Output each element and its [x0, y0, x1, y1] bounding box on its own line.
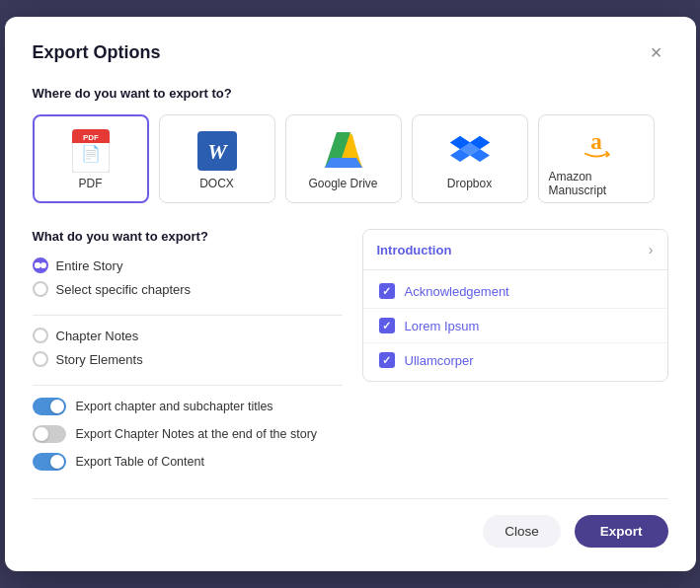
- export-options-grid: PDF 📄 PDF W DOCX: [33, 114, 668, 203]
- radio-story-elements[interactable]: Story Elements: [33, 351, 343, 367]
- svg-text:W: W: [207, 139, 228, 164]
- docx-label: DOCX: [199, 177, 234, 190]
- divider-2: [33, 385, 343, 386]
- left-panel: What do you want to export? Entire Story…: [33, 229, 343, 471]
- radio-specific-chapters[interactable]: Select specific chapters: [33, 281, 343, 297]
- radio-circle-elements: [33, 351, 48, 367]
- export-button[interactable]: Export: [575, 515, 668, 548]
- toggle-knob-notes-end: [35, 427, 48, 441]
- gdrive-label: Google Drive: [308, 177, 377, 190]
- chapter-notes-label: Chapter Notes: [56, 329, 139, 343]
- export-option-amazon[interactable]: a Amazon Manuscript: [538, 114, 655, 203]
- toggle-switch-toc[interactable]: [33, 453, 66, 471]
- pdf-icon: PDF 📄: [71, 131, 111, 171]
- chapter-label-ullamcorper: Ullamcorper: [405, 353, 474, 368]
- radio-circle-specific: [33, 281, 48, 297]
- svg-marker-14: [325, 158, 362, 168]
- chapter-panel-header[interactable]: Introduction ›: [363, 230, 667, 270]
- close-button[interactable]: Close: [483, 515, 561, 548]
- amazon-icon: a: [577, 124, 616, 164]
- specific-chapters-label: Select specific chapters: [56, 282, 192, 297]
- export-dialog: Export Options × Where do you want to ex…: [5, 17, 696, 571]
- checkmark-acknowledgement: ✓: [382, 285, 391, 298]
- checkbox-ullamcorper[interactable]: ✓: [379, 352, 395, 368]
- chapter-item-lorem[interactable]: ✓ Lorem Ipsum: [363, 309, 667, 343]
- what-export-label: What do you want to export?: [33, 229, 343, 244]
- checkmark-lorem: ✓: [382, 320, 391, 332]
- checkbox-lorem[interactable]: ✓: [379, 318, 395, 333]
- export-option-docx[interactable]: W DOCX: [159, 114, 275, 203]
- dropbox-label: Dropbox: [447, 177, 492, 190]
- chapter-items-list: ✓ Acknowledgement ✓ Lorem Ipsum ✓ Ullamc…: [363, 270, 667, 381]
- radio-circle-entire: [33, 257, 48, 273]
- export-option-pdf[interactable]: PDF 📄 PDF: [33, 114, 149, 203]
- dialog-header: Export Options ×: [33, 40, 668, 64]
- chapter-item-acknowledgement[interactable]: ✓ Acknowledgement: [363, 274, 667, 309]
- amazon-label: Amazon Manuscript: [549, 170, 644, 197]
- chevron-right-icon: ›: [649, 242, 654, 257]
- svg-text:a: a: [590, 128, 602, 154]
- radio-circle-notes: [33, 328, 48, 343]
- export-destination-label: Where do you want to export to?: [33, 86, 668, 101]
- checkmark-ullamcorper: ✓: [382, 354, 391, 367]
- chapter-group: Chapter Notes Story Elements: [33, 328, 343, 367]
- toggle-knob-toc: [50, 455, 64, 469]
- svg-text:PDF: PDF: [83, 133, 99, 142]
- chapter-item-ullamcorper[interactable]: ✓ Ullamcorper: [363, 343, 667, 377]
- radio-entire-story[interactable]: Entire Story: [33, 257, 343, 273]
- dialog-title: Export Options: [33, 42, 161, 63]
- toggle-label-toc: Export Table of Content: [76, 455, 204, 469]
- svg-text:📄: 📄: [81, 144, 101, 163]
- radio-chapter-notes[interactable]: Chapter Notes: [33, 328, 343, 343]
- toggle-switch-titles[interactable]: [33, 398, 66, 415]
- main-content: What do you want to export? Entire Story…: [33, 229, 668, 471]
- pdf-label: PDF: [79, 177, 103, 190]
- chapter-label-acknowledgement: Acknowledgement: [405, 284, 509, 299]
- toggle-group: Export chapter and subchapter titles Exp…: [33, 398, 343, 471]
- docx-icon: W: [197, 131, 237, 171]
- radio-group: Entire Story Select specific chapters: [33, 257, 343, 297]
- export-option-dropbox[interactable]: Dropbox: [412, 114, 528, 203]
- chapter-header-title: Introduction: [377, 243, 452, 257]
- toggle-switch-notes-end[interactable]: [33, 425, 66, 443]
- toggle-knob-titles: [50, 400, 64, 413]
- entire-story-label: Entire Story: [56, 258, 123, 273]
- gdrive-icon: [324, 131, 363, 171]
- chapter-label-lorem: Lorem Ipsum: [405, 319, 480, 333]
- toggle-chapter-notes-end: Export Chapter Notes at the end of the s…: [33, 425, 343, 443]
- toggle-label-titles: Export chapter and subchapter titles: [76, 400, 273, 413]
- toggle-label-notes-end: Export Chapter Notes at the end of the s…: [76, 427, 318, 441]
- checkbox-acknowledgement[interactable]: ✓: [379, 283, 395, 299]
- dialog-footer: Close Export: [33, 498, 668, 548]
- toggle-export-titles: Export chapter and subchapter titles: [33, 398, 343, 415]
- export-option-gdrive[interactable]: Google Drive: [285, 114, 402, 203]
- dropbox-icon: [450, 131, 490, 171]
- divider-1: [33, 315, 343, 316]
- toggle-toc: Export Table of Content: [33, 453, 343, 471]
- close-icon[interactable]: ×: [645, 40, 668, 64]
- story-elements-label: Story Elements: [56, 352, 143, 367]
- chapters-panel: Introduction › ✓ Acknowledgement ✓ Lorem…: [362, 229, 668, 382]
